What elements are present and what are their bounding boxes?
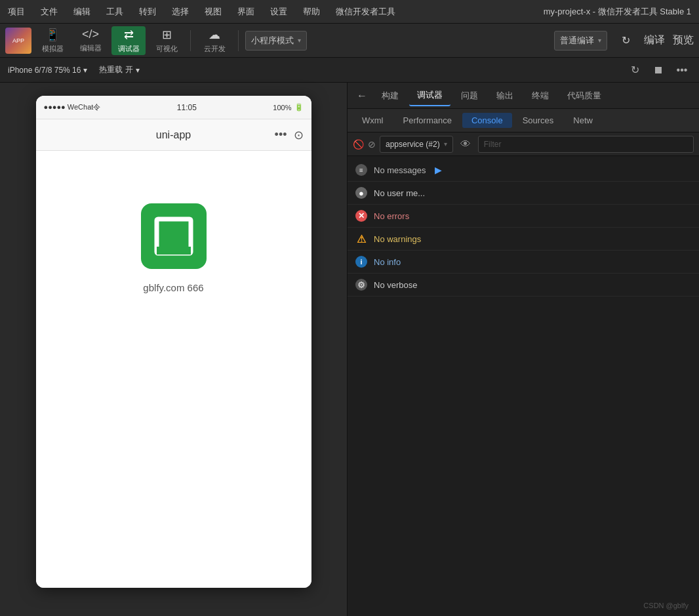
expand-arrow-all[interactable]: ▶	[435, 165, 442, 175]
visualize-button[interactable]: ⊞ 可视化	[150, 26, 184, 55]
device-bar-icons: ↻ ⏹ •••	[626, 61, 691, 79]
tab-network[interactable]: Netw	[564, 113, 602, 128]
menu-help[interactable]: 帮助	[300, 3, 323, 20]
compile-button[interactable]: 编译	[644, 30, 665, 51]
watermark: CSDN @gblfy	[643, 602, 689, 609]
cloud-icon: ☁	[209, 28, 220, 42]
phone-home-icon[interactable]: ⊙	[294, 128, 304, 142]
compile-mode-label: 普通编译	[560, 35, 594, 47]
cloud-label: 云开发	[204, 44, 226, 54]
msg-row-warning[interactable]: ⚠ No warnings	[348, 228, 699, 251]
tab-performance[interactable]: Performance	[394, 113, 461, 128]
tab-console[interactable]: Console	[462, 113, 512, 128]
simulator-button[interactable]: 📱 模拟器	[35, 26, 70, 55]
tab-output[interactable]: 输出	[489, 86, 521, 106]
msg-text-user: No user me...	[374, 188, 425, 198]
tab-terminal[interactable]: 终端	[524, 86, 557, 106]
tab-sources[interactable]: Sources	[513, 113, 563, 128]
msg-icon-error: ✕	[355, 210, 367, 222]
msg-text-warning: No warnings	[374, 234, 421, 244]
phone-content: gblfy.com 666	[36, 151, 311, 588]
debugger-nav: ← 构建 调试器 问题 输出 终端 代码质量	[348, 83, 699, 109]
phone-nav-bar: uni-app ••• ⊙	[36, 119, 311, 151]
msg-text-all: No messages	[374, 165, 426, 175]
editor-button[interactable]: </> 编辑器	[73, 26, 108, 55]
msg-row-info[interactable]: i No info	[348, 251, 699, 274]
phone-time: 11:05	[100, 103, 273, 112]
phone-more-icon[interactable]: •••	[275, 128, 287, 142]
device-select[interactable]: iPhone 6/7/8 75% 16 ▾	[8, 66, 87, 75]
tab-wxml[interactable]: Wxml	[353, 113, 393, 128]
cloud-button[interactable]: ☁ 云开发	[197, 26, 231, 55]
context-bar: 🚫 ⊘ appservice (#2) ▾ 👁	[348, 133, 699, 156]
msg-text-error: No errors	[374, 211, 409, 221]
console-clear-icon[interactable]: 🚫	[353, 139, 364, 150]
tab-build[interactable]: 构建	[374, 86, 407, 106]
menu-wechat-devtools[interactable]: 微信开发者工具	[333, 3, 398, 20]
refresh-button[interactable]: ↻	[615, 30, 636, 51]
menu-bar: 项目 文件 编辑 工具 转到 选择 视图 界面 设置 帮助 微信开发者工具 my…	[0, 0, 699, 24]
tab-issues[interactable]: 问题	[453, 86, 486, 106]
eye-icon[interactable]: 👁	[457, 136, 474, 153]
menu-select[interactable]: 选择	[169, 3, 191, 20]
app-logo-display	[141, 203, 207, 269]
menu-edit[interactable]: 编辑	[71, 3, 93, 20]
menu-tools[interactable]: 工具	[104, 3, 126, 20]
menu-settings[interactable]: 设置	[268, 3, 290, 20]
compile-mode-arrow: ▾	[598, 37, 601, 44]
tab-debugger[interactable]: 调试器	[409, 85, 450, 106]
msg-row-all[interactable]: ≡ No messages ▶	[348, 159, 699, 182]
stop-icon[interactable]: ⏹	[649, 61, 668, 79]
phone-nav-icons: ••• ⊙	[275, 128, 304, 142]
refresh-icon[interactable]: ↻	[626, 61, 644, 79]
mode-label: 小程序模式	[251, 35, 294, 47]
console-filter-icon[interactable]: ⊘	[368, 139, 376, 150]
menu-file[interactable]: 文件	[38, 3, 60, 20]
editor-icon: </>	[82, 28, 99, 41]
toolbar-divider2	[238, 30, 239, 51]
phone-status-bar: ●●●●● WeChat令 11:05 100% 🔋	[36, 96, 311, 119]
msg-row-verbose[interactable]: ⚙ No verbose	[348, 274, 699, 297]
more-icon[interactable]: •••	[673, 61, 691, 79]
simulator-icon: 📱	[45, 28, 60, 42]
tab-codequality[interactable]: 代码质量	[559, 86, 609, 106]
visualize-label: 可视化	[156, 44, 178, 54]
preview-button[interactable]: 预览	[673, 30, 694, 51]
menu-goto[interactable]: 转到	[136, 3, 159, 20]
menu-view[interactable]: 视图	[202, 3, 224, 20]
mode-dropdown-arrow: ▾	[298, 37, 301, 44]
uni-app-logo-svg	[154, 216, 193, 256]
device-label: iPhone 6/7/8 75% 16	[8, 66, 81, 75]
msg-text-info: No info	[374, 257, 401, 267]
service-dropdown[interactable]: appservice (#2) ▾	[380, 136, 453, 153]
editor-label: 编辑器	[80, 43, 102, 53]
menu-project[interactable]: 项目	[5, 3, 28, 20]
device-arrow: ▾	[83, 66, 87, 75]
filter-input[interactable]	[478, 136, 694, 153]
main-layout: ●●●●● WeChat令 11:05 100% 🔋 uni-app ••• ⊙	[0, 83, 699, 616]
phone-frame: ●●●●● WeChat令 11:05 100% 🔋 uni-app ••• ⊙	[36, 96, 311, 588]
service-dropdown-arrow: ▾	[444, 140, 447, 148]
device-bar: iPhone 6/7/8 75% 16 ▾ 热重载 开 ▾ ↻ ⏹ •••	[0, 58, 699, 83]
mode-dropdown[interactable]: 小程序模式 ▾	[245, 31, 307, 51]
debugger-icon: ⇄	[124, 28, 134, 42]
hotreload-select[interactable]: 热重载 开 ▾	[99, 64, 139, 75]
window-title: my-project-x - 微信开发者工具 Stable 1	[541, 3, 694, 20]
debugger-button[interactable]: ⇄ 调试器	[111, 26, 146, 55]
nav-left-icon[interactable]: ←	[353, 87, 371, 105]
console-messages: ≡ No messages ▶ ● No user me... ✕ No err…	[348, 156, 699, 616]
phone-signal: ●●●●● WeChat令	[44, 102, 101, 112]
toolbar: APP 📱 模拟器 </> 编辑器 ⇄ 调试器 ⊞ 可视化 ☁ 云开发 小程序模…	[0, 24, 699, 58]
app-name: gblfy.com 666	[143, 282, 203, 293]
hotreload-label: 热重载 开	[99, 64, 132, 75]
phone-nav-title: uni-app	[156, 129, 191, 141]
msg-icon-verbose: ⚙	[355, 279, 367, 291]
msg-row-user[interactable]: ● No user me...	[348, 182, 699, 205]
app-logo: APP	[5, 28, 31, 54]
msg-icon-user: ●	[355, 187, 367, 199]
menu-interface[interactable]: 界面	[235, 3, 257, 20]
msg-icon-warning: ⚠	[355, 233, 367, 245]
compile-mode-dropdown[interactable]: 普通编译 ▾	[554, 31, 607, 51]
console-tabs: Wxml Performance Console Sources Netw	[348, 109, 699, 133]
msg-row-error[interactable]: ✕ No errors	[348, 205, 699, 228]
